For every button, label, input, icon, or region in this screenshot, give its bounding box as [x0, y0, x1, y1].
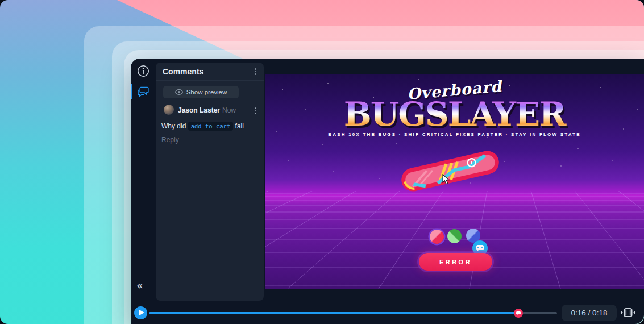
sidebar: « — [131, 59, 156, 324]
mouse-cursor — [442, 174, 450, 185]
comment-code-snippet: add to cart — [188, 122, 234, 131]
time-display: 0:16 / 0:18 — [562, 305, 617, 321]
comment-marker[interactable] — [514, 309, 523, 318]
comment-menu-kebab-icon[interactable] — [251, 107, 259, 115]
play-icon — [139, 310, 144, 315]
main-title: BUGSLAYER — [265, 98, 644, 131]
eye-icon — [175, 89, 183, 95]
comment-text-after: fail — [235, 122, 244, 130]
fit-to-screen-icon[interactable] — [621, 308, 635, 318]
comment-author: Jason Laster — [178, 106, 220, 114]
panel-menu-kebab-icon[interactable] — [251, 68, 259, 76]
comments-panel-header: Comments — [156, 63, 264, 81]
active-tab-indicator — [131, 84, 132, 99]
stars-decoration — [265, 74, 266, 76]
info-icon[interactable] — [137, 65, 149, 77]
reply-link[interactable]: Reply — [161, 136, 179, 144]
hoverboard-illustration — [398, 147, 503, 195]
avatar[interactable] — [164, 105, 174, 115]
panel-title: Comments — [163, 67, 203, 76]
play-button[interactable] — [134, 306, 147, 319]
timeline-remaining[interactable] — [523, 312, 557, 314]
error-button[interactable]: ERROR — [419, 253, 492, 271]
show-preview-label: Show preview — [186, 89, 227, 95]
collapse-sidebar-button[interactable]: « — [136, 280, 143, 291]
comments-panel: Comments Show preview Jason Laster Now W… — [156, 63, 264, 301]
comment-timestamp: Now — [222, 106, 236, 114]
timeline-progress[interactable] — [149, 312, 515, 314]
comments-icon[interactable] — [137, 85, 149, 98]
comment-divider — [156, 147, 264, 147]
replay-viewport[interactable]: Overboard BUGSLAYER BASH 10X THE BUGS · … — [265, 74, 644, 289]
status-dot-pink[interactable] — [430, 230, 444, 244]
video-title-block: Overboard BUGSLAYER — [265, 81, 644, 131]
page: « Comments Show preview Jason Laster Now… — [0, 0, 644, 324]
show-preview-button[interactable]: Show preview — [163, 86, 239, 98]
comment-body: Why did add to cart fail — [161, 121, 259, 131]
app-window: « Comments Show preview Jason Laster Now… — [131, 59, 644, 324]
status-dot-green[interactable] — [447, 229, 462, 243]
comment-text-before: Why did — [161, 122, 186, 130]
